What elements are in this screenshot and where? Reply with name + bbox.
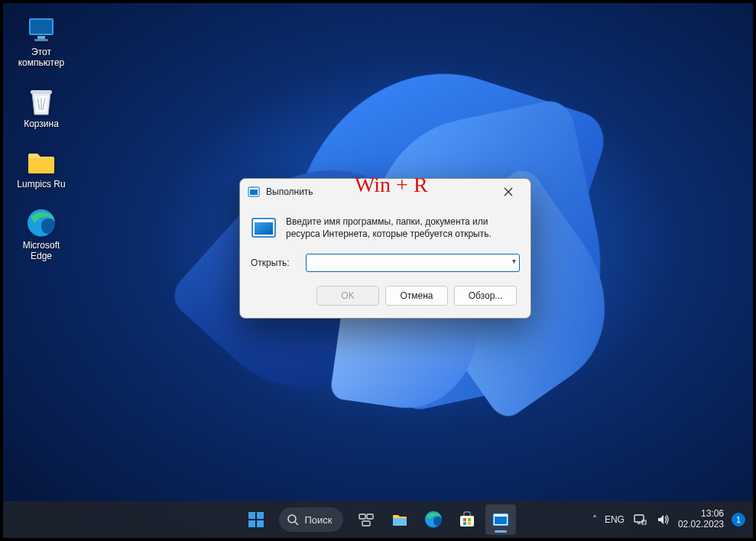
svg-rect-24 [463,522,466,525]
open-label: Открыть: [251,258,298,268]
search-label: Поиск [304,514,332,526]
svg-rect-1 [31,20,52,34]
svg-rect-11 [248,512,255,519]
task-view-button[interactable] [351,504,381,535]
taskbar-store[interactable] [452,504,482,535]
svg-rect-23 [468,518,471,521]
folder-icon [25,146,57,178]
svg-rect-4 [31,90,52,94]
svg-rect-22 [463,518,466,521]
desktop-icon-label: Этоткомпьютер [18,47,65,69]
cancel-button[interactable]: Отмена [385,286,448,306]
svg-rect-27 [495,517,507,524]
svg-rect-18 [362,521,370,526]
svg-rect-12 [256,512,263,519]
run-titlebar[interactable]: Выполнить [240,179,530,205]
taskbar-edge[interactable] [418,504,449,535]
run-title-icon [248,186,260,198]
desktop-icon-label: Lumpics Ru [17,180,65,190]
svg-rect-13 [248,520,255,527]
svg-rect-3 [34,39,48,41]
volume-icon[interactable] [655,512,670,527]
open-combobox[interactable]: ▾ [306,254,520,272]
svg-rect-25 [468,522,471,525]
run-dialog-icon [251,215,277,241]
svg-point-15 [287,515,295,523]
open-input[interactable] [306,254,520,272]
search-icon [286,513,298,526]
browse-button[interactable]: Обзор... [454,286,517,306]
start-button[interactable] [240,504,271,535]
desktop-icon-folder[interactable]: Lumpics Ru [11,143,72,193]
desktop-icon-recycle-bin[interactable]: Корзина [11,83,72,133]
svg-rect-17 [367,514,373,519]
taskbar-run[interactable] [485,504,516,535]
ok-button: OK [316,286,379,306]
run-dialog: Win + R Выполнить Введите имя программы,… [239,178,531,319]
svg-rect-7 [250,190,258,195]
notification-badge[interactable]: 1 [732,513,745,526]
taskbar-explorer[interactable] [384,504,415,535]
svg-rect-14 [256,520,263,527]
recycle-bin-icon [25,86,57,118]
clock-date: 02.02.2023 [678,520,724,530]
run-description: Введите имя программы, папки, документа … [286,215,520,240]
desktop-icon-label: Корзина [24,119,59,130]
taskbar: Поиск ˄ ENG [3,501,753,538]
svg-rect-16 [359,514,365,519]
network-icon[interactable] [632,512,647,527]
svg-rect-10 [255,222,273,235]
tray-overflow-button[interactable]: ˄ [592,514,597,525]
desktop[interactable]: Этоткомпьютер Корзина Lumpics Ru Microso… [3,3,753,538]
language-indicator[interactable]: ENG [605,514,625,525]
svg-rect-2 [37,36,45,39]
clock-time: 13:06 [678,509,724,520]
desktop-icon-this-pc[interactable]: Этоткомпьютер [11,11,72,72]
desktop-icons: Этоткомпьютер Корзина Lumpics Ru Microso… [11,11,72,265]
close-button[interactable] [492,181,524,202]
desktop-icon-label: MicrosoftEdge [23,241,60,262]
svg-rect-19 [393,518,407,526]
taskbar-search[interactable]: Поиск [278,507,342,532]
monitor-icon [25,14,57,46]
edge-icon [25,207,57,239]
desktop-icon-edge[interactable]: MicrosoftEdge [11,204,72,265]
run-title: Выполнить [266,186,492,197]
svg-rect-21 [460,516,474,526]
taskbar-clock[interactable]: 13:06 02.02.2023 [678,509,724,530]
